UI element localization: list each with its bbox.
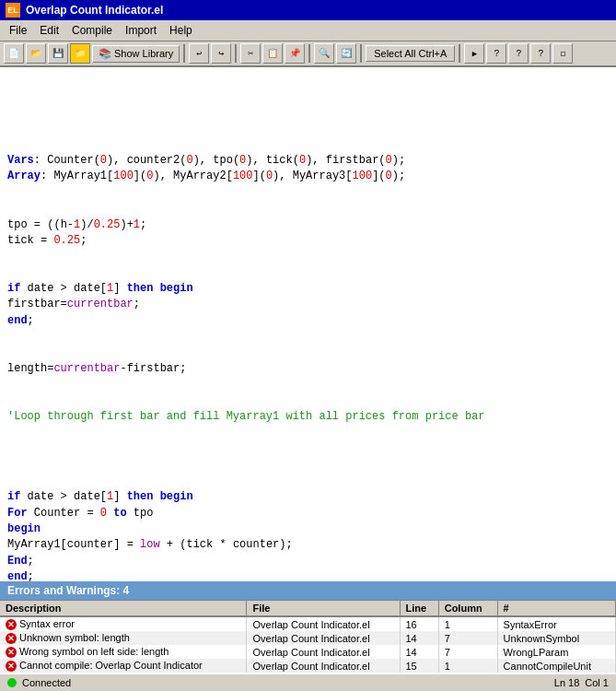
error-row[interactable]: ✕Cannot compile: Overlap Count Indicator… [0, 659, 616, 673]
replace-button[interactable]: 🔄 [336, 43, 356, 64]
error-column: 7 [438, 631, 497, 645]
col-file: File [247, 601, 400, 616]
error-description: ✕Cannot compile: Overlap Count Indicator [0, 659, 247, 673]
help2-button[interactable]: ? [508, 43, 529, 64]
menu-bar: File Edit Compile Import Help [0, 20, 616, 41]
error-row[interactable]: ✕Unknown symbol: lengthOverlap Count Ind… [0, 631, 616, 645]
menu-compile[interactable]: Compile [66, 22, 118, 39]
error-line: 14 [400, 645, 438, 659]
open-button[interactable]: 📂 [26, 43, 46, 64]
error-type: SyntaxError [497, 616, 615, 631]
save-button[interactable]: 💾 [48, 43, 68, 64]
error-column: 1 [438, 659, 497, 673]
col-line: Line [400, 601, 438, 616]
error-description: ✕Unknown symbol: length [0, 631, 247, 645]
col-type: # [497, 601, 615, 616]
col-column: Column [438, 601, 497, 616]
error-column: 7 [438, 645, 497, 659]
error-icon: ✕ [6, 661, 17, 672]
help-button[interactable]: ? [486, 43, 506, 64]
toolbar: 📄 📂 💾 📁 📚 Show Library ↩ ↪ ✂ 📋 📌 🔍 🔄 Sel… [0, 41, 616, 67]
compile-button[interactable]: ▶ [464, 43, 484, 64]
paste-button[interactable]: 📌 [285, 43, 305, 64]
error-column: 1 [438, 616, 497, 631]
title-bar: EL Overlap Count Indicator.el [0, 0, 616, 20]
help3-button[interactable]: ? [530, 43, 551, 64]
col-number: Col 1 [585, 677, 609, 688]
error-line: 15 [400, 659, 438, 673]
connection-status: Connected [22, 677, 71, 688]
menu-edit[interactable]: Edit [34, 22, 64, 39]
toolbar-separator-2 [235, 44, 237, 63]
error-row[interactable]: ✕Wrong symbol on left side: lengthOverla… [0, 645, 616, 659]
main-container: Vars: Counter(0), counter2(0), tpo(0), t… [0, 67, 616, 673]
toolbar-separator-4 [360, 44, 362, 63]
toolbar-separator-1 [183, 44, 185, 63]
error-file: Overlap Count Indicator.el [247, 659, 400, 673]
code-editor[interactable]: Vars: Counter(0), counter2(0), tpo(0), t… [0, 67, 616, 581]
error-type: WrongLParam [497, 645, 615, 659]
menu-help[interactable]: Help [164, 22, 198, 39]
undo-button[interactable]: ↩ [189, 43, 209, 64]
errors-table-container: Description File Line Column # ✕Syntax e… [0, 600, 616, 673]
line-number: Ln 18 [554, 677, 580, 688]
error-description: ✕Syntax error [0, 616, 247, 631]
error-type: UnknownSymbol [497, 631, 615, 645]
error-line: 14 [400, 631, 438, 645]
errors-section: Errors and Warnings: 4 Description File … [0, 581, 616, 673]
app-icon: EL [6, 3, 20, 18]
cut-button[interactable]: ✂ [240, 43, 261, 64]
error-line: 16 [400, 616, 438, 631]
print-button[interactable]: 📁 [70, 43, 90, 64]
error-type: CannotCompileUnit [497, 659, 615, 673]
error-icon: ✕ [6, 619, 17, 630]
status-bar: Connected Ln 18 Col 1 [0, 673, 616, 691]
error-row[interactable]: ✕Syntax errorOverlap Count Indicator.el1… [0, 616, 616, 631]
errors-tbody: ✕Syntax errorOverlap Count Indicator.el1… [0, 616, 616, 673]
window-title: Overlap Count Indicator.el [26, 4, 163, 17]
find-button[interactable]: 🔍 [314, 43, 334, 64]
select-all-button[interactable]: Select All Ctrl+A [366, 45, 455, 62]
errors-header: Errors and Warnings: 4 [0, 581, 616, 600]
error-description: ✕Wrong symbol on left side: length [0, 645, 247, 659]
copy-button[interactable]: 📋 [262, 43, 283, 64]
menu-file[interactable]: File [4, 22, 32, 39]
expand-button[interactable]: ◻ [552, 43, 573, 64]
error-file: Overlap Count Indicator.el [247, 645, 400, 659]
new-button[interactable]: 📄 [4, 43, 24, 64]
error-file: Overlap Count Indicator.el [247, 616, 400, 631]
error-icon: ✕ [6, 633, 17, 644]
connection-indicator [7, 678, 17, 687]
error-icon: ✕ [6, 647, 17, 658]
content-area: Vars: Counter(0), counter2(0), tpo(0), t… [0, 67, 616, 673]
toolbar-separator-3 [308, 44, 310, 63]
errors-table: Description File Line Column # ✕Syntax e… [0, 601, 616, 673]
show-library-button[interactable]: 📚 Show Library [92, 45, 180, 63]
toolbar-separator-5 [459, 44, 460, 63]
redo-button[interactable]: ↪ [211, 43, 231, 64]
books-icon: 📚 [99, 48, 111, 60]
error-file: Overlap Count Indicator.el [247, 631, 400, 645]
menu-import[interactable]: Import [120, 22, 162, 39]
col-description: Description [0, 601, 247, 616]
